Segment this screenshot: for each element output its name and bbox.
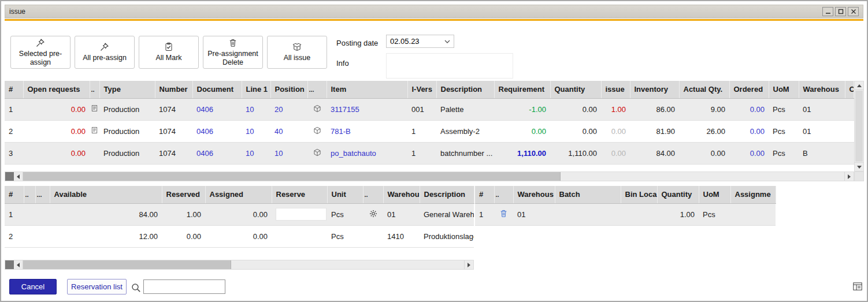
scroll-left-button[interactable] (14, 172, 23, 181)
scroll-thumb[interactable] (23, 260, 231, 269)
scroll-right-icon (848, 174, 851, 179)
row-number-cell: 3 (5, 142, 23, 164)
row-number-cell: 2 (5, 120, 23, 142)
scroll-up-button[interactable] (855, 81, 863, 90)
type-cell: Production (99, 142, 155, 164)
scroll-left-button[interactable] (14, 260, 23, 269)
line-link[interactable]: 10 (242, 120, 270, 142)
warehouse-cell: 01 (799, 120, 845, 142)
column-header: Document (192, 81, 242, 98)
reserve-input[interactable] (276, 208, 327, 221)
column-header: I-Vers (407, 81, 436, 98)
scroll-right-icon (468, 263, 470, 267)
title-bar[interactable]: issue (5, 5, 863, 18)
scroll-right-button[interactable] (464, 260, 473, 269)
open-requests-cell: 0.00 (23, 120, 90, 142)
main-table: # Open requests .. Type Number Document … (5, 81, 854, 165)
pre-assignment-delete-button[interactable]: Pre-assignment Delete (203, 36, 263, 69)
issue-cell: 0.00 (601, 120, 630, 142)
reservation-list-button[interactable]: Reservation list (67, 279, 127, 294)
row-number-cell: 1 (5, 203, 24, 225)
delete-row-icon[interactable] (494, 203, 513, 225)
item-link[interactable]: po_batchauto (327, 142, 407, 164)
batch-cell (555, 203, 621, 225)
all-mark-button[interactable]: All Mark (139, 36, 199, 69)
all-issue-button[interactable]: All issue (267, 36, 327, 69)
scroll-track[interactable] (231, 260, 464, 269)
bin-location-cell (621, 203, 657, 225)
column-header: Assignme (730, 186, 776, 203)
assigned-cell: 0.00 (205, 225, 272, 247)
table-row[interactable]: 1 01 1.00 Pcs (475, 203, 776, 225)
issue-cell: 1.00 (601, 98, 630, 120)
item-link[interactable]: 3117155 (327, 98, 407, 120)
table-row[interactable]: 2 12.00 0.00 0.00 Pcs 1410 Produktionsla… (5, 225, 474, 247)
empty-cell (363, 225, 383, 247)
quantity-cell: 1.00 (657, 203, 699, 225)
maximize-button[interactable] (835, 7, 846, 16)
gear-icon[interactable] (363, 203, 383, 225)
cancel-label: Cancel (21, 282, 44, 291)
scroll-track[interactable] (561, 172, 844, 181)
column-header: Warehou (383, 186, 420, 203)
document-link[interactable]: 0406 (192, 120, 242, 142)
scroll-up-icon (857, 84, 862, 87)
issue-cell: 0.00 (601, 142, 630, 164)
search-input[interactable] (143, 279, 225, 294)
table-row[interactable]: 3 0.00 Production 1074 0406 10 10 po_bat… (5, 142, 854, 164)
all-pre-assign-button[interactable]: All pre-assign (75, 36, 135, 69)
scroll-grip[interactable] (5, 260, 14, 269)
actual-qty-cell: 9.00 (679, 98, 729, 120)
column-header: issue (601, 81, 630, 98)
scroll-thumb[interactable] (855, 91, 863, 162)
posting-date-select[interactable]: 02.05.23 (386, 35, 454, 48)
inventory-cell: 84.00 (630, 142, 679, 164)
issue-dialog: issue Selected pre-assign All pre-assign… (0, 0, 868, 302)
v-scrollbar (854, 81, 864, 171)
cancel-button[interactable]: Cancel (9, 279, 57, 294)
line-link[interactable]: 10 (242, 98, 270, 120)
scroll-left-icon (17, 263, 20, 267)
warehouse-cell: 01 (383, 203, 420, 225)
line-link[interactable]: 10 (242, 142, 270, 164)
search-icon[interactable] (131, 282, 141, 293)
reservation-list-label: Reservation list (71, 282, 123, 291)
reserved-cell: 0.00 (162, 225, 205, 247)
number-cell: 1074 (155, 98, 192, 120)
scroll-right-button[interactable] (844, 172, 854, 181)
button-label: Pre-assignment Delete (205, 50, 261, 66)
open-requests-cell: 0.00 (23, 98, 90, 120)
table-row[interactable]: 2 0.00 Production 1074 0406 10 40 781-B … (5, 120, 854, 142)
close-button[interactable] (848, 7, 859, 16)
main-h-scrollbar (5, 171, 854, 181)
column-header: ... (307, 81, 327, 98)
column-header: Quantity (657, 186, 699, 203)
pin-icon (36, 38, 45, 47)
position-link[interactable]: 10 (270, 142, 307, 164)
inventory-cell: 86.00 (630, 98, 679, 120)
form-settings-icon[interactable] (852, 281, 863, 292)
position-link[interactable]: 20 (270, 98, 307, 120)
column-header: Type (99, 81, 155, 98)
table-row[interactable]: 1 0.00 Production 1074 0406 10 20 311715… (5, 98, 854, 120)
type-cell: Production (99, 120, 155, 142)
table-row[interactable]: 1 84.00 1.00 0.00 Pcs 01 General Wareho (5, 203, 474, 225)
assignment-table: # .. Warehous Batch Bin Loca Quantity Uo… (475, 186, 776, 226)
minimize-button[interactable] (822, 7, 833, 16)
item-link[interactable]: 781-B (327, 120, 407, 142)
scroll-down-button[interactable] (855, 162, 863, 171)
reserve-cell (272, 225, 327, 247)
requirement-cell: -1.00 (494, 98, 550, 120)
column-header: # (5, 186, 24, 203)
scroll-grip[interactable] (5, 172, 14, 181)
column-header: Assigned (205, 186, 272, 203)
info-field[interactable] (386, 53, 513, 79)
scroll-thumb[interactable] (23, 172, 561, 181)
position-link[interactable]: 40 (270, 120, 307, 142)
selected-pre-assign-button[interactable]: Selected pre-assign (10, 36, 71, 69)
document-link[interactable]: 0406 (192, 98, 242, 120)
column-header: Description (436, 81, 494, 98)
warehouse-cell: 01 (799, 98, 845, 120)
document-link[interactable]: 0406 (192, 142, 242, 164)
empty-cell (845, 142, 854, 164)
